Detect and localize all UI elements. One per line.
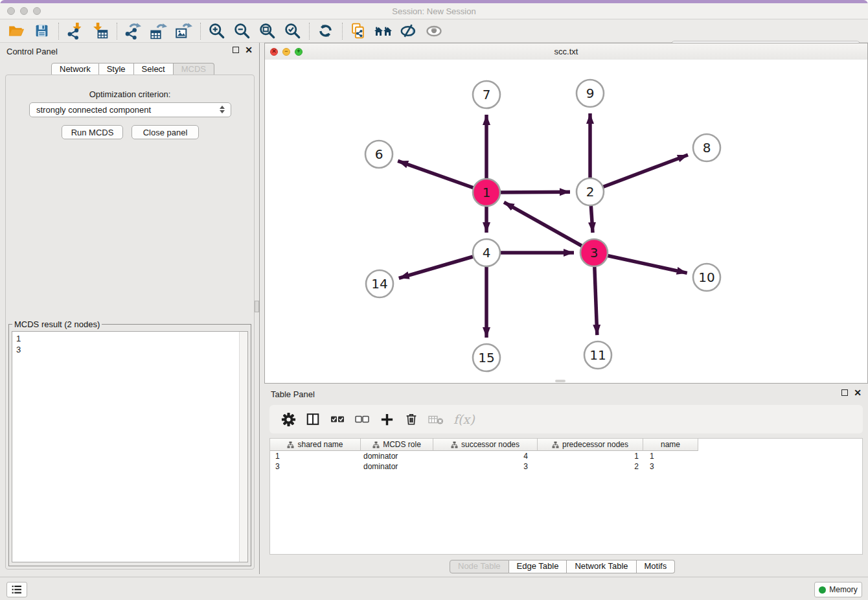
toolbar-separator bbox=[117, 23, 118, 40]
node-table-header: shared name MCDS role successor nodes pr… bbox=[270, 439, 862, 451]
cell-predecessor-nodes: 1 bbox=[538, 452, 643, 461]
zoom-out-icon bbox=[233, 22, 251, 40]
list-icon bbox=[10, 584, 23, 595]
import-table-button[interactable] bbox=[90, 21, 109, 41]
network-graph[interactable]: 1234678910111415 bbox=[265, 60, 867, 383]
cell-successor-nodes: 3 bbox=[433, 462, 538, 471]
column-header-predecessor-nodes[interactable]: predecessor nodes bbox=[538, 439, 643, 451]
eye-icon bbox=[425, 22, 443, 40]
graph-node-label-6: 6 bbox=[375, 146, 383, 162]
mcds-result-list[interactable]: 1 3 bbox=[12, 331, 248, 562]
mcds-result-group: MCDS result (2 nodes) 1 3 bbox=[8, 319, 251, 566]
eye-slash-icon bbox=[400, 22, 418, 40]
cell-mcds-role: dominator bbox=[361, 452, 433, 461]
network-canvas[interactable]: 1234678910111415 bbox=[265, 60, 867, 383]
toolbar-separator bbox=[58, 23, 60, 40]
zoom-out-button[interactable] bbox=[232, 21, 251, 41]
zoom-selected-button[interactable] bbox=[282, 21, 302, 41]
close-table-panel-icon[interactable]: ✕ bbox=[854, 389, 862, 396]
create-column-button[interactable] bbox=[377, 410, 396, 429]
column-header-successor-nodes[interactable]: successor nodes bbox=[433, 439, 538, 451]
import-table-icon bbox=[91, 22, 109, 40]
graph-node-label-1: 1 bbox=[483, 185, 491, 200]
canvas-resize-grip[interactable] bbox=[555, 380, 565, 382]
delete-column-icon bbox=[428, 412, 444, 426]
network-from-selection-button[interactable] bbox=[348, 21, 368, 41]
delete-row-button[interactable] bbox=[402, 410, 421, 429]
tab-motifs[interactable]: Motifs bbox=[637, 560, 676, 573]
show-all-button[interactable] bbox=[424, 21, 444, 41]
copy-network-icon bbox=[350, 22, 367, 40]
hide-selected-button[interactable] bbox=[399, 21, 418, 41]
column-header-mcds-role[interactable]: MCDS role bbox=[361, 439, 433, 451]
checked-boxes-icon bbox=[330, 411, 345, 427]
graph-node-label-14: 14 bbox=[371, 276, 387, 292]
graph-node-label-8: 8 bbox=[703, 140, 711, 156]
export-table-button[interactable] bbox=[148, 21, 168, 41]
graph-node-label-7: 7 bbox=[483, 87, 491, 102]
save-session-button[interactable] bbox=[32, 21, 51, 41]
table-row[interactable]: 1 dominator 4 1 1 bbox=[270, 451, 862, 461]
table-toolbar: f(x) bbox=[269, 405, 863, 433]
graph-edge-3-1[interactable] bbox=[504, 202, 594, 253]
open-session-button[interactable] bbox=[6, 21, 26, 41]
main-toolbar bbox=[0, 19, 868, 43]
zoom-fit-icon bbox=[258, 22, 276, 40]
apply-layout-button[interactable] bbox=[315, 21, 335, 41]
table-panel-title: Table Panel bbox=[271, 389, 315, 399]
graph-node-label-2: 2 bbox=[586, 184, 595, 200]
float-table-panel-icon[interactable] bbox=[841, 389, 848, 396]
export-image-icon bbox=[174, 22, 192, 40]
graph-node-label-15: 15 bbox=[478, 350, 494, 365]
memory-button[interactable]: Memory bbox=[814, 582, 862, 597]
graph-node-label-10: 10 bbox=[698, 270, 714, 285]
criterion-value: strongly connected component bbox=[36, 105, 151, 115]
criterion-select[interactable]: strongly connected component bbox=[29, 102, 231, 117]
mcds-result-legend: MCDS result (2 nodes) bbox=[12, 319, 102, 329]
run-mcds-button[interactable]: Run MCDS bbox=[62, 125, 123, 139]
refresh-icon bbox=[317, 22, 334, 40]
cell-name: 1 bbox=[643, 452, 698, 461]
table-row[interactable]: 3 dominator 3 2 3 bbox=[270, 461, 862, 472]
delete-column-button[interactable] bbox=[426, 410, 446, 429]
app-window: { "window": { "title": "Session: New Ses… bbox=[0, 0, 868, 600]
network-title: scc.txt bbox=[265, 47, 867, 56]
zoom-fit-button[interactable] bbox=[257, 21, 277, 41]
graph-node-label-9: 9 bbox=[586, 86, 595, 101]
export-network-button[interactable] bbox=[123, 21, 143, 41]
close-panel-icon[interactable]: ✕ bbox=[245, 47, 253, 53]
mcds-result-items: 1 3 bbox=[16, 333, 21, 355]
cell-name: 3 bbox=[643, 462, 698, 471]
float-panel-icon[interactable] bbox=[233, 47, 239, 53]
zoom-in-icon bbox=[208, 22, 225, 40]
close-panel-button[interactable]: Close panel bbox=[131, 125, 199, 139]
open-folder-icon bbox=[8, 23, 25, 40]
cell-predecessor-nodes: 2 bbox=[538, 462, 643, 471]
table-settings-button[interactable] bbox=[279, 410, 298, 429]
network-view-frame: ✕ − + scc.txt 1234678910111415 bbox=[264, 43, 868, 384]
control-panel: Control Panel ✕ Network Style Select MCD… bbox=[0, 43, 259, 574]
result-scrollbar[interactable] bbox=[239, 332, 247, 562]
export-image-button[interactable] bbox=[174, 21, 193, 41]
function-builder-button[interactable]: f(x) bbox=[453, 412, 475, 426]
graph-edge-2-8[interactable] bbox=[590, 155, 688, 192]
titlebar: Session: New Session bbox=[0, 3, 868, 19]
splitter-handle[interactable] bbox=[255, 301, 259, 312]
status-bar: Memory bbox=[0, 577, 868, 600]
column-header-shared-name[interactable]: shared name bbox=[270, 439, 361, 451]
tree-icon bbox=[552, 441, 559, 448]
plus-icon bbox=[380, 412, 394, 427]
show-column-button[interactable] bbox=[303, 410, 323, 429]
tab-node-table[interactable]: Node Table bbox=[450, 560, 509, 573]
unselect-all-columns-button[interactable] bbox=[352, 410, 372, 429]
show-task-history-button[interactable] bbox=[6, 582, 27, 597]
first-neighbors-button[interactable] bbox=[374, 21, 393, 41]
column-header-name[interactable]: name bbox=[643, 439, 698, 451]
import-network-button[interactable] bbox=[65, 21, 84, 41]
zoom-in-button[interactable] bbox=[207, 21, 226, 41]
tab-edge-table[interactable]: Edge Table bbox=[509, 560, 567, 573]
select-all-columns-button[interactable] bbox=[328, 410, 347, 429]
tab-network-table[interactable]: Network Table bbox=[567, 560, 636, 573]
cell-shared-name: 3 bbox=[270, 462, 361, 471]
cell-successor-nodes: 4 bbox=[433, 452, 538, 461]
